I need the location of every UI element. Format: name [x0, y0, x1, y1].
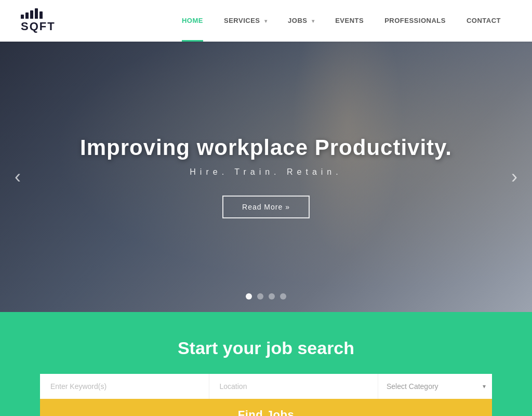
job-search-title: Start your job search	[21, 338, 511, 358]
logo-bar-4	[35, 8, 38, 19]
slider-dot-4[interactable]	[280, 293, 286, 300]
logo-bar-5	[39, 11, 43, 19]
logo[interactable]: SQFT	[21, 8, 56, 33]
nav-item-services[interactable]: SERVICES ▾	[214, 0, 277, 42]
hero-content: Improving workplace Productivity. Hire. …	[49, 135, 483, 218]
slider-prev-arrow[interactable]: ‹	[5, 161, 30, 193]
logo-bar-3	[30, 10, 33, 19]
nav-item-jobs[interactable]: JOBS ▾	[277, 0, 325, 42]
category-select[interactable]: Select Category Accounting Engineering I…	[378, 374, 492, 399]
slider-dot-1[interactable]	[246, 293, 252, 300]
location-input[interactable]	[209, 374, 378, 399]
hero-subtitle: Hire. Train. Retain.	[80, 167, 452, 177]
nav-item-professionals[interactable]: PROFESSIONALS	[374, 0, 456, 42]
nav-item-events[interactable]: EVENTS	[325, 0, 374, 42]
logo-icon	[21, 8, 43, 19]
chevron-down-icon: ▾	[264, 18, 268, 24]
job-search-section: Start your job search Select Category Ac…	[0, 312, 532, 416]
logo-bar-1	[21, 15, 24, 19]
hero-section: ‹ Improving workplace Productivity. Hire…	[0, 42, 532, 312]
nav-item-home[interactable]: HOME	[171, 0, 214, 42]
hero-cta-button[interactable]: Read More »	[222, 196, 310, 218]
slider-dot-2[interactable]	[257, 293, 263, 300]
category-select-wrapper: Select Category Accounting Engineering I…	[378, 374, 492, 399]
find-jobs-button[interactable]: Find Jobs	[40, 399, 492, 416]
nav-item-contact[interactable]: CONTACT	[456, 0, 511, 42]
nav-link-professionals[interactable]: PROFESSIONALS	[374, 0, 456, 42]
nav-link-jobs[interactable]: JOBS ▾	[277, 0, 325, 42]
nav-menu: HOME SERVICES ▾ JOBS ▾ EVENTS PROFESSION…	[171, 0, 511, 42]
slider-dots	[246, 293, 286, 300]
nav-link-services[interactable]: SERVICES ▾	[214, 0, 277, 42]
keyword-input[interactable]	[40, 374, 209, 399]
nav-link-home[interactable]: HOME	[171, 0, 214, 42]
nav-link-contact[interactable]: CONTACT	[456, 0, 511, 42]
slider-next-arrow[interactable]: ›	[502, 161, 527, 193]
hero-title: Improving workplace Productivity.	[80, 135, 452, 160]
find-jobs-row: Find Jobs	[40, 399, 492, 416]
chevron-down-icon: ▾	[312, 18, 315, 24]
search-form: Select Category Accounting Engineering I…	[40, 374, 492, 399]
nav-link-events[interactable]: EVENTS	[325, 0, 374, 42]
navbar: SQFT HOME SERVICES ▾ JOBS ▾ EVENTS	[0, 0, 532, 42]
logo-bar-2	[25, 12, 29, 19]
logo-text: SQFT	[21, 20, 56, 33]
slider-dot-3[interactable]	[269, 293, 275, 300]
